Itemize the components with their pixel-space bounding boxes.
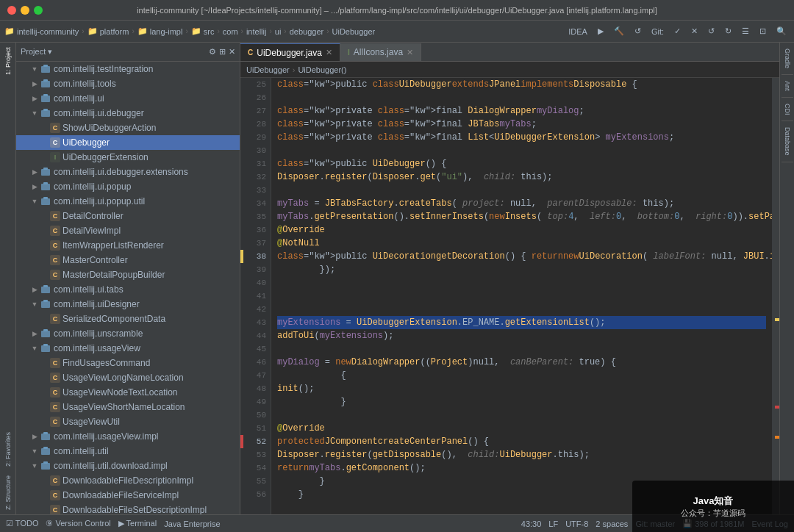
- cdi-panel-tab[interactable]: CDI: [782, 98, 793, 122]
- tree-item[interactable]: CMasterDetailPopupBuilder: [16, 267, 240, 282]
- tree-item[interactable]: ▼com.intellij.uiDesigner: [16, 297, 240, 312]
- tree-arrow: ▼: [29, 462, 40, 470]
- tree-item[interactable]: CUsageViewShortNameLocation: [16, 400, 240, 414]
- main-wrapper: 1: Project 2: Favorites Z: Structure Pro…: [0, 43, 794, 514]
- tree-toolbar-btn3[interactable]: ✕: [229, 47, 235, 57]
- nav-sep: ›: [284, 27, 286, 35]
- tree-item-label: com.intellij.ui.debugger.extensions: [54, 167, 188, 177]
- tree-item[interactable]: CUsageViewLongNameLocation: [16, 370, 240, 385]
- refresh-button[interactable]: ↺: [632, 25, 644, 37]
- tree-item[interactable]: ▼com.intellij.ui.debugger: [16, 106, 240, 121]
- breadcrumb-part2[interactable]: UiDebugger(): [298, 65, 346, 74]
- folder-icon: 📁: [4, 26, 15, 36]
- line-number: 38: [240, 250, 271, 263]
- close-button[interactable]: [7, 6, 16, 15]
- tree-item[interactable]: ▼com.intellij.usageView: [16, 341, 240, 356]
- tree-item[interactable]: ▶com.intellij.tools: [16, 76, 240, 91]
- breadcrumb-part1[interactable]: UiDebugger: [246, 65, 290, 74]
- tree-item[interactable]: ▶com.intellij.unscramble: [16, 326, 240, 341]
- tree-item[interactable]: CDownloadableFileSetDescriptionImpl: [16, 503, 240, 514]
- undo-button[interactable]: ↺: [705, 25, 718, 37]
- git-check[interactable]: ✓: [671, 25, 684, 37]
- tree-item[interactable]: IUiDebuggerExtension: [16, 150, 240, 165]
- tree-toolbar-btn2[interactable]: ⊞: [219, 47, 226, 57]
- tree-icon-cls: C: [50, 417, 60, 427]
- nav-item-com[interactable]: com: [223, 27, 238, 36]
- idea-button[interactable]: IDEA: [565, 26, 590, 37]
- todo-status[interactable]: ☑ TODO: [6, 519, 38, 528]
- menu-button[interactable]: ☰: [739, 25, 752, 37]
- tree-item[interactable]: CDownloadableFileServiceImpl: [16, 488, 240, 503]
- tree-item[interactable]: CDetailViewImpl: [16, 223, 240, 238]
- line-number: 51: [240, 422, 271, 435]
- tree-item[interactable]: ▼com.intellij.util.download.impl: [16, 459, 240, 473]
- code-line: {: [277, 369, 766, 382]
- enterprise-status[interactable]: Java Enterprise: [164, 520, 220, 528]
- tree-item[interactable]: ▶com.intellij.ui.popup: [16, 179, 240, 194]
- encoding[interactable]: UTF-8: [565, 520, 588, 528]
- svg-rect-24: [41, 448, 50, 455]
- tree-item[interactable]: CDownloadableFileDescriptionImpl: [16, 473, 240, 488]
- tab-uidebugger[interactable]: C UiDebugger.java ✕: [240, 43, 340, 61]
- run-button[interactable]: ▶: [595, 25, 607, 37]
- svg-rect-20: [41, 345, 50, 352]
- search-button[interactable]: 🔍: [773, 25, 790, 37]
- tree-item[interactable]: CUsageViewUtil: [16, 414, 240, 429]
- tree-item[interactable]: CItemWrapperListRenderer: [16, 238, 240, 253]
- ant-panel-tab[interactable]: Ant: [782, 75, 793, 98]
- tab-allicons[interactable]: I AllIcons.java ✕: [340, 43, 421, 61]
- tree-item[interactable]: CUiDebugger: [16, 135, 240, 150]
- redo-button[interactable]: ↻: [722, 25, 734, 37]
- terminal-status[interactable]: ▶ Terminal: [118, 519, 157, 528]
- tree-item[interactable]: CFindUsagesCommand: [16, 356, 240, 370]
- tree-item[interactable]: ▶com.intellij.ui.tabs: [16, 282, 240, 297]
- tree-item[interactable]: CSerializedComponentData: [16, 312, 240, 326]
- database-panel-tab[interactable]: Database: [782, 121, 793, 162]
- layout-button[interactable]: ⊡: [757, 25, 769, 37]
- tree-arrow: ▶: [29, 286, 40, 293]
- nav-item-debugger[interactable]: debugger: [290, 27, 324, 36]
- project-panel-tab[interactable]: 1: Project: [3, 43, 13, 79]
- code-line: [277, 91, 766, 104]
- tree-item-label: ItemWrapperListRenderer: [62, 240, 164, 251]
- tree-item[interactable]: ▶com.intellij.ui.debugger.extensions: [16, 165, 240, 179]
- tab-close-uidebugger[interactable]: ✕: [326, 48, 332, 57]
- tree-item[interactable]: ▼com.intellij.util: [16, 444, 240, 459]
- build-button[interactable]: 🔨: [611, 25, 627, 37]
- svg-rect-4: [41, 96, 50, 102]
- line-number: 40: [240, 276, 271, 290]
- git-x[interactable]: ✕: [688, 25, 701, 37]
- structure-panel-tab[interactable]: Z: Structure: [3, 471, 13, 514]
- nav-item-project[interactable]: 📁 intellij-community: [4, 26, 79, 36]
- tree-toolbar-btn1[interactable]: ⚙: [209, 47, 216, 57]
- cursor-position[interactable]: 43:30: [521, 520, 542, 528]
- tab-close-allicons[interactable]: ✕: [407, 48, 413, 57]
- tree-item-label: SerializedComponentData: [62, 314, 165, 324]
- nav-item-intellij[interactable]: intellij: [246, 27, 267, 36]
- favorites-panel-tab[interactable]: 2: Favorites: [3, 428, 13, 471]
- minimize-button[interactable]: [21, 6, 29, 15]
- tree-item[interactable]: ▼com.intellij.testIntegration: [16, 62, 240, 76]
- maximize-button[interactable]: [34, 6, 43, 15]
- nav-item-platform[interactable]: 📁 platform: [87, 26, 129, 36]
- tree-item[interactable]: CDetailController: [16, 209, 240, 223]
- tree-item[interactable]: ▶com.intellij.ui: [16, 91, 240, 106]
- indent[interactable]: 2 spaces: [596, 520, 628, 528]
- gradle-panel-tab[interactable]: Gradle: [782, 43, 793, 75]
- tree-icon-pkg: [40, 328, 51, 339]
- nav-item-ui[interactable]: ui: [275, 27, 282, 36]
- nav-item-src[interactable]: 📁 src: [191, 26, 215, 36]
- tree-item[interactable]: ▶com.intellij.usageView.impl: [16, 429, 240, 444]
- tree-item-label: com.intellij.uiDesigner: [54, 299, 140, 309]
- tree-item[interactable]: CMasterController: [16, 253, 240, 267]
- nav-item-langimpl[interactable]: 📁 lang-impl: [137, 26, 183, 36]
- tree-item[interactable]: CUsageViewNodeTextLocation: [16, 385, 240, 400]
- scrollbar-markers[interactable]: [772, 78, 779, 514]
- tree-item[interactable]: CShowUiDebuggerAction: [16, 121, 240, 135]
- tree-item-label: com.intellij.ui.debugger: [54, 108, 144, 118]
- code-content[interactable]: class="kw">public class UiDebugger exten…: [271, 78, 772, 514]
- tree-arrow: ▶: [29, 330, 40, 337]
- git-status[interactable]: ⑨ Version Control: [46, 519, 110, 528]
- nav-item-uidebugger[interactable]: UiDebugger: [332, 27, 376, 36]
- tree-item[interactable]: ▼com.intellij.ui.popup.util: [16, 194, 240, 209]
